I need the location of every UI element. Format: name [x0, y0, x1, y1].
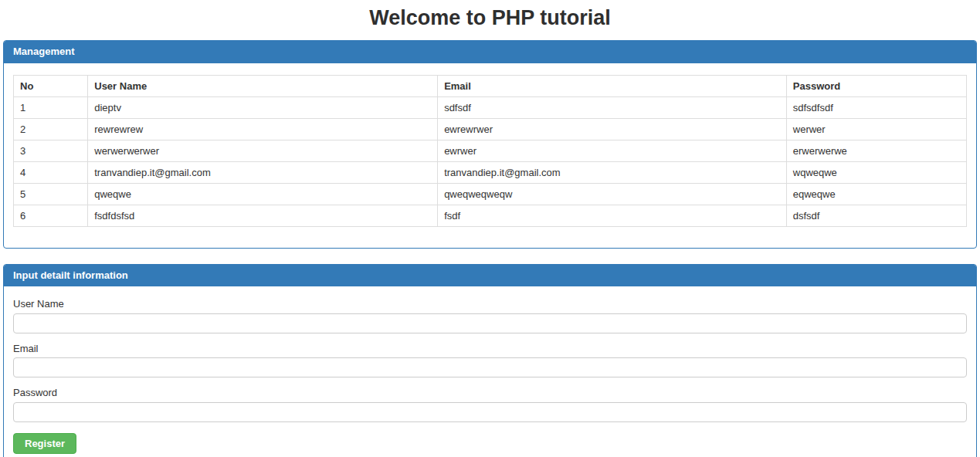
table-cell: qweqwe [88, 183, 438, 205]
table-cell: fsdf [438, 205, 787, 226]
table-cell: sdfsdf [438, 96, 787, 118]
table-header-cell: Email [438, 75, 787, 96]
table-row: 4tranvandiep.it@gmail.comtranvandiep.it@… [14, 161, 967, 183]
table-row: 2rewrewrewewrewrwerwerwer [14, 118, 967, 140]
table-cell: rewrewrew [88, 118, 438, 140]
password-field[interactable] [13, 402, 967, 422]
table-cell: tranvandiep.it@gmail.com [438, 161, 787, 183]
username-label: User Name [13, 298, 967, 310]
table-cell: erwerwerwe [786, 140, 966, 161]
username-field[interactable] [13, 313, 967, 333]
table-header-row: NoUser NameEmailPassword [14, 75, 967, 96]
management-table: NoUser NameEmailPassword 1dieptvsdfsdfsd… [13, 75, 967, 227]
table-cell: 2 [14, 118, 88, 140]
management-panel-heading: Management [4, 41, 976, 63]
table-cell: tranvandiep.it@gmail.com [88, 161, 438, 183]
table-cell: fsdfdsfsd [88, 205, 438, 226]
table-cell: 6 [14, 205, 88, 226]
main-container: Management NoUser NameEmailPassword 1die… [3, 40, 977, 457]
input-panel-heading: Input detailt information [4, 265, 976, 286]
table-row: 3werwerwerwerewrwererwerwerwe [14, 140, 967, 161]
input-panel: Input detailt information User Name Emai… [3, 264, 977, 457]
table-cell: 4 [14, 161, 88, 183]
password-form-group: Password [13, 387, 967, 422]
table-cell: 3 [14, 140, 88, 161]
management-table-body: 1dieptvsdfsdfsdfsdfsdf2rewrewrewewrewrwe… [14, 96, 967, 226]
table-row: 5qweqweqweqweqweqweqweqwe [14, 183, 967, 205]
table-cell: dsfsdf [786, 205, 966, 226]
email-field[interactable] [13, 357, 967, 377]
table-row: 6fsdfdsfsdfsdfdsfsdf [14, 205, 967, 226]
table-cell: eqweqwe [786, 183, 966, 205]
table-row: 1dieptvsdfsdfsdfsdfsdf [14, 96, 967, 118]
input-panel-body: User Name Email Password Register [4, 286, 976, 457]
table-cell: qweqweqweqw [438, 183, 787, 205]
table-cell: 5 [14, 183, 88, 205]
table-header-cell: User Name [88, 75, 438, 96]
table-cell: werwerwerwer [88, 140, 438, 161]
management-panel-body: NoUser NameEmailPassword 1dieptvsdfsdfsd… [4, 63, 976, 248]
username-form-group: User Name [13, 298, 967, 333]
table-cell: wqweqwe [786, 161, 966, 183]
management-panel: Management NoUser NameEmailPassword 1die… [3, 40, 977, 248]
table-cell: sdfsdfsdf [786, 96, 966, 118]
management-table-head: NoUser NameEmailPassword [14, 75, 967, 96]
table-header-cell: No [14, 75, 88, 96]
table-cell: dieptv [88, 96, 438, 118]
password-label: Password [13, 387, 967, 399]
email-form-group: Email [13, 343, 967, 378]
page-title: Welcome to PHP tutorial [0, 5, 980, 30]
table-cell: 1 [14, 96, 88, 118]
table-header-cell: Password [786, 75, 966, 96]
register-button[interactable]: Register [13, 433, 76, 455]
email-label: Email [13, 343, 967, 355]
table-cell: ewrewrwer [438, 118, 787, 140]
table-cell: ewrwer [438, 140, 787, 161]
table-cell: werwer [786, 118, 966, 140]
